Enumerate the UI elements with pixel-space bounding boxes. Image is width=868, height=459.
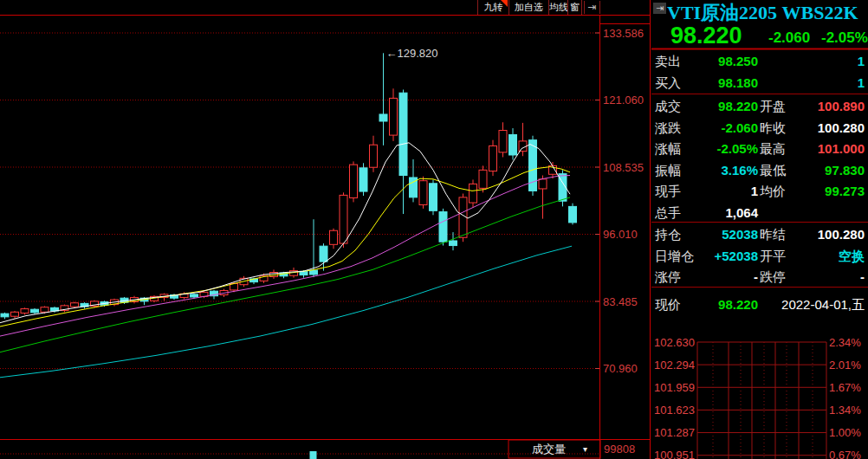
price-change-percent: -2.05% — [821, 29, 868, 47]
quote-row-value2: - — [762, 269, 865, 284]
quote-row-value: 1,064 — [677, 205, 758, 220]
candlestick — [360, 168, 367, 191]
volume-axis-label: 99808 — [604, 443, 635, 456]
candlestick — [569, 206, 577, 223]
quote-row: 总手1,064 — [651, 203, 868, 223]
quote-row-value2: 100.280 — [762, 120, 865, 135]
quote-row-value2: 100.280 — [762, 227, 865, 242]
quote-row-value: 98.250 — [677, 54, 758, 68]
quote-row-value: 98.180 — [677, 75, 758, 90]
candlestick — [11, 312, 19, 316]
y-axis-label: 96.010 — [603, 228, 638, 241]
candlestick — [539, 179, 547, 189]
last-price: 98.220 — [670, 23, 742, 49]
quote-row-value2: 1 — [762, 75, 865, 90]
quote-row: 成交98.220开盘100.890 — [651, 96, 868, 117]
quote-row: 涨跌-2.060昨收100.280 — [651, 118, 868, 139]
y-axis-label: 83.485 — [603, 295, 638, 308]
quote-row: 卖出98.2501 — [651, 51, 868, 72]
quote-row-value: - — [677, 269, 758, 284]
candlestick — [379, 114, 387, 121]
candlestick — [31, 309, 39, 313]
y-axis-label: 70.960 — [603, 362, 638, 375]
quote-row-value2: 97.830 — [762, 163, 865, 178]
candlestick — [1, 314, 9, 317]
candlestick — [370, 145, 378, 167]
chart-toolbar: 九转加自选均线窗 — [477, 0, 582, 15]
panel-collapse-icon[interactable]: ⇥ — [653, 3, 666, 14]
candlestick — [489, 145, 497, 171]
y-axis-label: 108.535 — [603, 161, 644, 174]
quote-row-value: 52038 — [677, 227, 758, 242]
y-axis-label: 133.586 — [603, 27, 644, 40]
ma-magenta — [0, 176, 570, 337]
candlestick — [390, 98, 398, 135]
quote-row: 买入98.1801 — [651, 73, 868, 94]
candlestick — [191, 294, 198, 297]
quote-row-value: 98.220 — [677, 99, 758, 113]
quote-row: 日增仓+52038开平空换 — [651, 246, 868, 267]
quote-row-value2: 99.273 — [762, 184, 865, 198]
volume-pane-title: 成交量 — [532, 443, 566, 456]
toolbar-button-add-watchlist[interactable]: 加自选 — [508, 0, 548, 15]
candlestick — [499, 131, 507, 152]
quote-row-value: -2.05% — [677, 141, 758, 156]
quote-row-value: 1 — [677, 184, 758, 198]
quote-row: 现价98.2202022-04-01,五 — [651, 294, 868, 315]
quote-row-value: 98.220 — [677, 297, 758, 312]
quote-row-value2: 101.000 — [762, 141, 865, 156]
candlestick — [350, 165, 358, 197]
trade-date: 2022-04-01,五 — [762, 297, 865, 314]
ma-yellow — [0, 167, 570, 326]
quote-row-value2: 100.890 — [762, 99, 865, 113]
ma-cyan — [0, 246, 572, 378]
candlestick — [320, 246, 327, 262]
candlestick — [419, 181, 427, 205]
nine-turn-marker-icon — [501, 0, 508, 7]
quote-row: 持仓52038昨结100.280 — [651, 224, 868, 245]
y-axis-label: 121.060 — [603, 94, 644, 107]
candlestick — [479, 170, 487, 188]
candlestick — [41, 307, 49, 313]
chevron-down-icon: ▾ — [583, 444, 587, 454]
collapse-panel-icon[interactable]: ⇥ — [584, 1, 600, 14]
quote-row-value: +52038 — [677, 249, 758, 263]
volume-bar — [310, 451, 317, 459]
quote-panel: ⇥ VTI原油2205 WBS22K 98.220 -2.060 -2.05% … — [651, 0, 868, 459]
quote-row: 涨幅-2.05%最高101.000 — [651, 139, 868, 159]
candlestick — [310, 270, 318, 275]
quote-row: 现手1均价99.273 — [651, 181, 868, 202]
quote-row-value2: 空换 — [762, 249, 865, 265]
quote-row: 涨停-跌停- — [651, 267, 868, 288]
toolbar-button-ma[interactable]: 均线 — [548, 0, 567, 15]
toolbar-button-window[interactable]: 窗 — [567, 0, 582, 15]
high-annotation: ←129.820 — [386, 47, 438, 60]
candlestick — [21, 309, 29, 314]
trading-terminal: { "toolbar": { "buttons": ["九转", "加自选", … — [0, 0, 868, 459]
candlestick — [470, 184, 477, 203]
price-change: -2.060 — [768, 29, 810, 47]
quote-row-value: 3.16% — [677, 163, 758, 178]
quote-row: 振幅3.16%最低97.830 — [651, 160, 868, 181]
candlestick — [340, 195, 347, 243]
candlestick — [71, 303, 79, 307]
candlestick — [450, 241, 457, 246]
candlestick — [330, 230, 338, 244]
candlestick — [399, 93, 407, 175]
candlestick — [430, 184, 437, 211]
quote-row-value2: 1 — [762, 54, 865, 68]
candlestick — [439, 212, 447, 242]
quote-row-value: -2.060 — [677, 120, 758, 135]
candlestick — [509, 134, 517, 155]
